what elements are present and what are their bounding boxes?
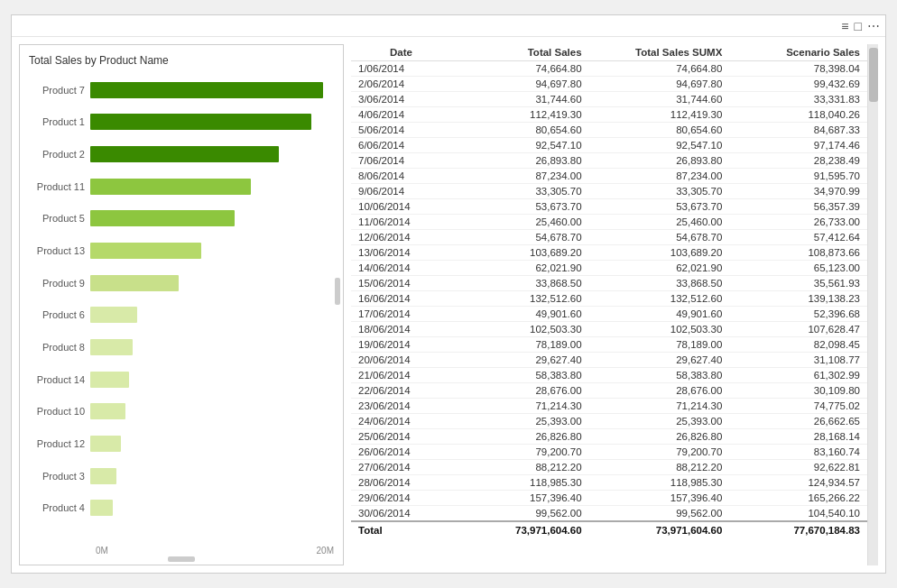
table-cell: 29,627.40 (589, 353, 730, 368)
table-cell: 99,432.69 (729, 77, 867, 92)
table-cell: 62,021.90 (589, 261, 730, 276)
x-axis: 0M 20M (96, 546, 334, 556)
col-header[interactable]: Scenario Sales (729, 44, 867, 61)
table-cell: 97,174.46 (729, 138, 867, 153)
table-cell: 26/06/2014 (351, 445, 451, 460)
col-header[interactable]: Total Sales (451, 44, 589, 61)
bar-row[interactable]: Product 5 (29, 207, 334, 230)
bar-row[interactable]: Product 4 (29, 496, 334, 519)
col-header[interactable]: Date (351, 44, 451, 61)
table-cell: 24/06/2014 (351, 414, 451, 429)
table-cell: 118,985.30 (589, 475, 730, 491)
bottom-drag-handle[interactable] (168, 556, 195, 562)
bar-label: Product 9 (29, 278, 90, 289)
table-cell: 30,109.80 (729, 383, 867, 399)
bar-row[interactable]: Product 8 (29, 335, 334, 359)
bar-label: Product 10 (29, 406, 90, 417)
table-cell: 9/06/2014 (351, 184, 451, 199)
table-cell: 31,108.77 (729, 353, 867, 368)
menu-icon[interactable]: ≡ (841, 19, 848, 33)
table-row: 11/06/201425,460.0025,460.0026,733.00 (351, 215, 867, 230)
table-row: 22/06/201428,676.0028,676.0030,109.80 (351, 383, 867, 399)
data-table: DateTotal SalesTotal Sales SUMXScenario … (351, 44, 867, 538)
bar-track (90, 307, 334, 323)
table-cell: 7/06/2014 (351, 153, 451, 169)
scrollbar[interactable] (867, 44, 878, 565)
bar-row[interactable]: Product 6 (29, 303, 334, 326)
table-scroll[interactable]: DateTotal SalesTotal Sales SUMXScenario … (351, 44, 867, 565)
table-cell: 65,123.00 (729, 261, 867, 276)
table-cell: 20/06/2014 (351, 353, 451, 368)
table-row: 26/06/201479,200.7079,200.7083,160.74 (351, 445, 867, 460)
top-bar: ≡ □ ⋯ (12, 15, 885, 37)
bar-label: Product 8 (29, 342, 90, 353)
expand-icon[interactable]: □ (855, 19, 862, 33)
table-cell: 56,357.39 (729, 199, 867, 215)
table-cell: 26,893.80 (589, 153, 730, 169)
table-cell: 92,622.81 (729, 460, 867, 475)
table-row: 24/06/201425,393.0025,393.0026,662.65 (351, 414, 867, 429)
table-cell: 54,678.70 (451, 230, 589, 245)
table-cell: 25/06/2014 (351, 429, 451, 445)
more-icon[interactable]: ⋯ (867, 19, 880, 33)
table-cell: 118,985.30 (451, 475, 589, 491)
bar-fill (90, 500, 113, 516)
bar-fill (90, 243, 201, 259)
bar-row[interactable]: Product 3 (29, 464, 334, 488)
table-cell: 25,393.00 (589, 414, 730, 429)
bar-row[interactable]: Product 10 (29, 400, 334, 423)
col-header[interactable]: Total Sales SUMX (589, 44, 730, 61)
bar-row[interactable]: Product 9 (29, 271, 334, 295)
table-row: 3/06/201431,744.6031,744.6033,331.83 (351, 92, 867, 107)
bar-row[interactable]: Product 14 (29, 368, 334, 391)
table-cell: 4/06/2014 (351, 107, 451, 123)
table-cell: 71,214.30 (589, 399, 730, 414)
table-cell: 26,662.65 (729, 414, 867, 429)
table-row: 8/06/201487,234.0087,234.0091,595.70 (351, 169, 867, 184)
table-cell: 1/06/2014 (351, 61, 451, 77)
table-cell: 83,160.74 (729, 445, 867, 460)
bar-fill (90, 210, 235, 226)
bar-row[interactable]: Product 13 (29, 239, 334, 262)
table-cell: 107,628.47 (729, 322, 867, 337)
table-cell: 29/06/2014 (351, 491, 451, 506)
bar-row[interactable]: Product 1 (29, 110, 334, 133)
bar-track (90, 243, 334, 259)
bar-row[interactable]: Product 2 (29, 142, 334, 166)
chart-title: Total Sales by Product Name (29, 54, 334, 67)
bar-row[interactable]: Product 7 (29, 78, 334, 102)
bar-label: Product 11 (29, 181, 90, 192)
bar-track (90, 114, 334, 130)
table-row: 6/06/201492,547.1092,547.1097,174.46 (351, 138, 867, 153)
table-row: 23/06/201471,214.3071,214.3074,775.02 (351, 399, 867, 414)
table-cell: 139,138.23 (729, 291, 867, 307)
table-cell: 71,214.30 (451, 399, 589, 414)
table-cell: 78,189.00 (589, 337, 730, 353)
footer-cell: 73,971,604.60 (451, 521, 589, 538)
table-cell: 112,419.30 (451, 107, 589, 123)
footer-cell: Total (351, 521, 451, 538)
bar-row[interactable]: Product 12 (29, 432, 334, 455)
table-cell: 103,689.20 (451, 245, 589, 261)
bar-row[interactable]: Product 11 (29, 175, 334, 198)
table-cell: 3/06/2014 (351, 92, 451, 107)
content-area: Total Sales by Product Name Product 7Pro… (12, 37, 885, 573)
table-row: 2/06/201494,697.8094,697.8099,432.69 (351, 77, 867, 92)
table-cell: 16/06/2014 (351, 291, 451, 307)
right-resize-handle[interactable] (335, 278, 340, 305)
bar-label: Product 2 (29, 149, 90, 160)
bar-track (90, 436, 334, 452)
table-cell: 28/06/2014 (351, 475, 451, 491)
table-cell: 78,189.00 (451, 337, 589, 353)
scrollbar-thumb[interactable] (869, 48, 878, 102)
table-cell: 157,396.40 (451, 491, 589, 506)
table-cell: 33,868.50 (451, 276, 589, 291)
table-cell: 15/06/2014 (351, 276, 451, 291)
table-cell: 103,689.20 (589, 245, 730, 261)
table-cell: 19/06/2014 (351, 337, 451, 353)
table-cell: 52,396.68 (729, 307, 867, 322)
table-cell: 88,212.20 (451, 460, 589, 475)
x-label-1: 20M (317, 546, 334, 556)
bar-track (90, 500, 334, 516)
table-cell: 132,512.60 (589, 291, 730, 307)
